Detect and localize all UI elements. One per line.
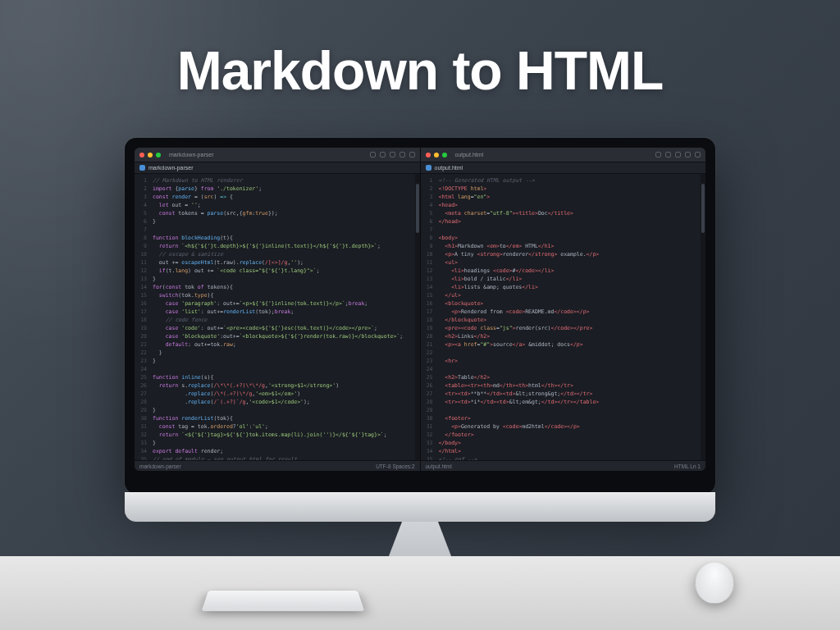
status-bar-left: markdown-parser UTF-8 Spaces:2 [135, 460, 420, 471]
status-right: HTML Ln 1 [674, 463, 701, 469]
toolbar-icon[interactable] [390, 152, 395, 158]
window-titlebar-left[interactable]: markdown-parser [135, 148, 420, 162]
toolbar-icon[interactable] [409, 152, 415, 158]
scrollbar[interactable] [701, 174, 705, 460]
toolbar-icon[interactable] [685, 152, 691, 158]
status-bar-right: output.html HTML Ln 1 [421, 460, 706, 471]
maximize-icon[interactable] [156, 153, 161, 158]
screen: markdown-parser markdown-parser 12345678… [135, 148, 705, 471]
file-icon [139, 165, 145, 171]
toolbar-icon[interactable] [399, 152, 405, 158]
code-area-right[interactable]: 1234567891011121314151617181920212223242… [421, 174, 706, 460]
toolbar-icon[interactable] [655, 152, 661, 158]
code-content[interactable]: // Markdown to HTML rendererimport {pars… [149, 174, 415, 460]
status-right: UTF-8 Spaces:2 [376, 463, 414, 469]
minimize-icon[interactable] [434, 153, 439, 158]
close-icon[interactable] [426, 153, 431, 158]
keyboard [202, 591, 365, 611]
screen-bezel: markdown-parser markdown-parser 12345678… [125, 138, 715, 494]
tab-bar-right[interactable]: output.html [421, 162, 706, 174]
toolbar-icon[interactable] [380, 152, 386, 158]
titlebar-label: output.html [455, 152, 484, 158]
status-left: markdown-parser [139, 463, 181, 469]
close-icon[interactable] [139, 153, 144, 158]
minimize-icon[interactable] [148, 153, 153, 158]
tab-bar-left[interactable]: markdown-parser [135, 162, 420, 174]
toolbar-icon[interactable] [695, 152, 701, 158]
toolbar-icon[interactable] [665, 152, 671, 158]
titlebar-label: markdown-parser [169, 152, 213, 158]
scrollbar[interactable] [415, 174, 420, 460]
window-titlebar-right[interactable]: output.html [421, 148, 706, 162]
monitor: markdown-parser markdown-parser 12345678… [125, 138, 715, 586]
monitor-chin [125, 492, 715, 522]
status-left: output.html [426, 463, 452, 469]
hero-title: Markdown to HTML [0, 39, 840, 102]
maximize-icon[interactable] [442, 153, 447, 158]
tab-label[interactable]: output.html [435, 165, 463, 171]
file-icon [426, 165, 431, 171]
toolbar-icon[interactable] [370, 152, 376, 158]
code-area-left[interactable]: 1234567891011121314151617181920212223242… [135, 174, 420, 460]
editor-pane-left: markdown-parser markdown-parser 12345678… [135, 148, 421, 471]
code-content[interactable]: <!-- Generated HTML output --><!DOCTYPE … [436, 174, 701, 460]
toolbar-icon[interactable] [675, 152, 681, 158]
editor-pane-right: output.html output.html 1234567891011121… [421, 148, 706, 471]
tab-label[interactable]: markdown-parser [148, 165, 193, 171]
line-gutter: 1234567891011121314151617181920212223242… [135, 174, 149, 460]
line-gutter: 1234567891011121314151617181920212223242… [421, 174, 436, 460]
